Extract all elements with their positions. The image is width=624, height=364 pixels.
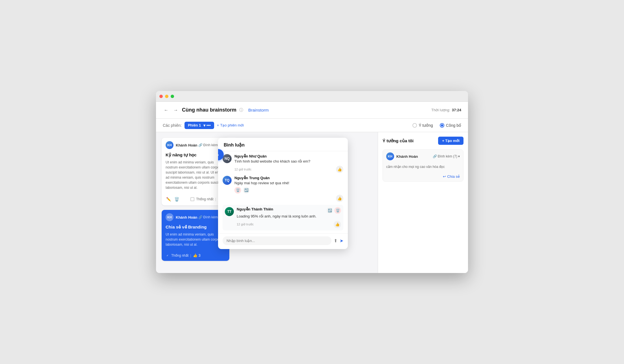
panel-card-user: KH Khánh Hoàn (386, 152, 418, 160)
comment-time-3: 12 giờ trước (237, 223, 254, 226)
unified-checkbox-1[interactable] (190, 197, 194, 201)
back-button[interactable]: ← (163, 106, 170, 114)
card-user-1: KH Khánh Hoàn (166, 141, 197, 149)
titlebar (156, 91, 468, 102)
panel-card-body: cảm nhận cho mọi ng cao văn hóa đọc (383, 163, 463, 173)
comment-author-2: Nguyễn Trung Quân (234, 176, 343, 180)
comment-input[interactable] (223, 236, 331, 245)
header-left: ← → Cùng nhau brainstorm ⓘ Brainstorm (163, 106, 431, 114)
comment-time-1: 12 giờ trước (234, 168, 251, 171)
comment-text-1: Tình hình build website cho khách sao rồ… (234, 159, 343, 164)
comment-delete-button-3[interactable]: 🗑️ (334, 207, 341, 214)
info-icon[interactable]: ⓘ (239, 108, 243, 113)
header-right: Thời lượng: 37:24 (431, 108, 461, 112)
share-icon: ↩ (443, 174, 446, 179)
panel-card-footer: ↩ Chia sẻ (383, 173, 463, 181)
app-window: ← → Cùng nhau brainstorm ⓘ Brainstorm Th… (156, 91, 468, 273)
close-dot[interactable] (159, 95, 163, 98)
comment-author-3: Nguyễn Thành Thiên (237, 207, 273, 211)
panel-avatar: KH (386, 152, 394, 160)
comment-reply-button-2[interactable]: ↩️ (243, 187, 250, 194)
comment-content-1: Nguyễn Như Quân Tình hình build website … (234, 154, 343, 173)
card-title-2: Chia sẻ về Branding (166, 225, 225, 230)
card-title-1: Kỹ năng tự học (166, 152, 225, 157)
comment-meta-1: 12 giờ trước 👍 (234, 166, 343, 173)
toolbar-center: Ý tưởng Công bố (412, 123, 461, 128)
panel-username: Khánh Hoàn (396, 154, 418, 159)
panel-header: Ý tưởng của tôi + Tạo mới (383, 137, 463, 145)
vote-section-2: Thống nhất | 👍 3 (166, 253, 201, 258)
radio-circle-cong-bo (440, 123, 444, 128)
card-user-2: KH Khánh Hoàn (166, 213, 197, 221)
timer-value: 37:24 (452, 108, 461, 112)
comment-delete-button-2[interactable]: 🗑️ (234, 187, 241, 194)
minimize-dot[interactable] (165, 95, 168, 98)
card-text-1: Ut enim ad minima veniam, quis nostrum e… (166, 160, 225, 190)
cards-area: KH Khánh Hoàn 🔗 Đính kèm (7) ▾ Kỹ năng t… (156, 132, 378, 273)
comment-item-1: NQ Nguyễn Như Quân Tình hình build websi… (223, 154, 343, 173)
maximize-dot[interactable] (171, 95, 174, 98)
panel-card-text: cảm nhận cho mọi ng cao văn hóa đọc (386, 164, 460, 169)
comment-input-area: ⬆ ➤ (218, 233, 348, 249)
like-icon-2: 👍 (193, 253, 197, 258)
panel-attach-button[interactable]: 🔗 Đính kèm (7) ▾ (433, 154, 460, 158)
comment-like-button-1[interactable]: 👍 (336, 166, 343, 173)
brainstorm-tag: Brainstorm (248, 108, 269, 112)
radio-cong-bo[interactable]: Công bố (440, 123, 461, 128)
comment-meta-2: 👍 (234, 195, 343, 202)
comment-text-2: Ngày mai họp review sơ qua nhé! (234, 181, 343, 186)
panel-card: KH Khánh Hoàn 🔗 Đính kèm (7) ▾ cảm nhận … (383, 149, 463, 182)
comment-text-3: Loading 95% rồi anh, ngày mai là xong lu… (237, 214, 341, 219)
comment-author-1: Nguyễn Như Quân (234, 154, 343, 158)
comment-overlay: › Bình luận NQ Nguyễn Như Quân Tình hình… (218, 138, 348, 249)
upload-button[interactable]: ⬆ (334, 238, 337, 243)
panel-link-icon: 🔗 (433, 154, 437, 158)
send-button[interactable]: ➤ (340, 238, 343, 243)
sessions-label: Các phiên: (163, 123, 182, 128)
timer-label: Thời lượng: (431, 108, 450, 112)
comment-avatar-2: TQ (223, 176, 232, 185)
share-button[interactable]: ↩ Chia sẻ (443, 174, 460, 179)
card-text-2: Ut enim ad minima veniam, quis nostrum e… (166, 232, 225, 247)
create-button[interactable]: + Tạo mới (438, 137, 463, 145)
unified-checkbox-2[interactable] (166, 254, 170, 258)
card-actions-1: ✏️ 🗑️ (166, 196, 180, 202)
comment-like-button-3[interactable]: 👍 (334, 221, 341, 228)
card-footer-2: Thống nhất | 👍 3 (162, 251, 229, 261)
session-button[interactable]: Phiên 1 ▾ ••• (184, 122, 214, 129)
comment-actions-2: 🗑️ ↩️ (234, 187, 343, 194)
header: ← → Cùng nhau brainstorm ⓘ Brainstorm Th… (156, 102, 468, 119)
like-button-2[interactable]: 👍 3 (193, 253, 201, 258)
edit-button-1[interactable]: ✏️ (166, 196, 172, 202)
comment-header: Bình luận (218, 138, 348, 151)
comment-like-button-2[interactable]: 👍 (336, 195, 343, 202)
avatar-2: KH (166, 213, 173, 221)
avatar-1: KH (166, 141, 173, 149)
panel-card-header: KH Khánh Hoàn 🔗 Đính kèm (7) ▾ (383, 150, 463, 163)
main-content: KH Khánh Hoàn 🔗 Đính kèm (7) ▾ Kỹ năng t… (156, 132, 468, 273)
panel-title: Ý tưởng của tôi (383, 138, 414, 143)
comment-avatar-3: TT (225, 207, 234, 216)
radio-circle-y-tuong (412, 123, 417, 128)
comment-list: NQ Nguyễn Như Quân Tình hình build websi… (218, 151, 348, 233)
session-name: Phiên 1 (188, 123, 201, 127)
comment-reply-button-3[interactable]: ↩️ (326, 207, 333, 214)
link-icon-1: 🔗 (198, 143, 203, 147)
page-title: Cùng nhau brainstorm (182, 107, 236, 113)
delete-button-1[interactable]: 🗑️ (174, 196, 180, 202)
username-2: Khánh Hoàn (176, 215, 197, 219)
right-panel: Ý tưởng của tôi + Tạo mới KH Khánh Hoàn … (378, 132, 468, 273)
toolbar-left: Các phiên: Phiên 1 ▾ ••• + Tạo phiên mới (163, 122, 412, 129)
radio-y-tuong[interactable]: Ý tưởng (412, 123, 433, 128)
comment-content-3: Nguyễn Thành Thiên ↩️ 🗑️ Loading 95% rồi… (237, 207, 341, 228)
comment-meta-3: 12 giờ trước 👍 (237, 221, 341, 228)
new-session-button[interactable]: + Tạo phiên mới (217, 123, 244, 127)
session-dots: ▾ ••• (203, 123, 211, 128)
unify-label-1: Thống nhất (196, 197, 213, 201)
comment-item-3: TT Nguyễn Thành Thiên ↩️ 🗑️ Loading 95% … (223, 205, 343, 230)
comment-content-2: Nguyễn Trung Quân Ngày mai họp review sơ… (234, 176, 343, 202)
toolbar: Các phiên: Phiên 1 ▾ ••• + Tạo phiên mới… (156, 119, 468, 132)
forward-button[interactable]: → (172, 106, 179, 114)
comment-avatar-1: NQ (223, 154, 232, 163)
link-icon-2: 🔗 (198, 215, 203, 219)
